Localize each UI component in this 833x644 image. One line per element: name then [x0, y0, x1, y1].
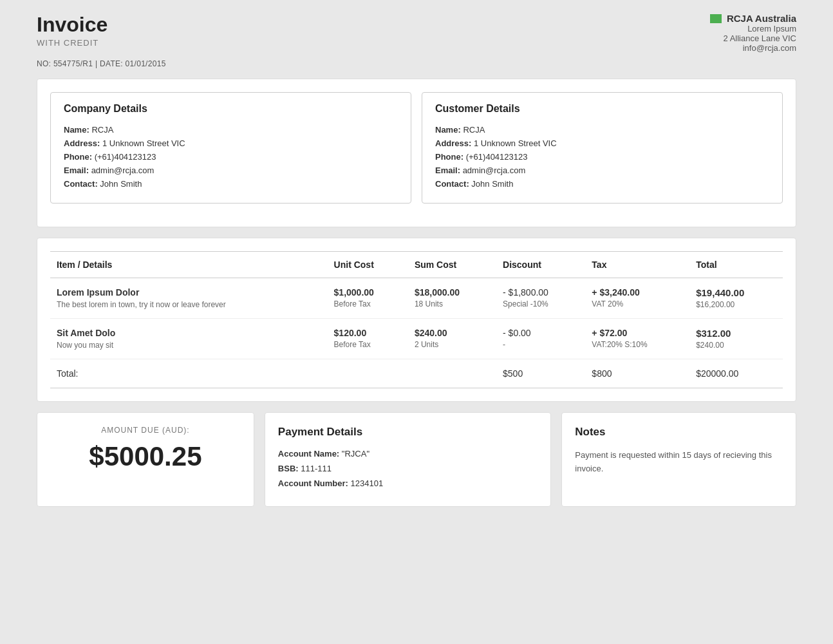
- row2-sum-cost-sub: 2 Units: [415, 340, 490, 349]
- row2-tax-sub: VAT:20% S:10%: [592, 340, 683, 349]
- invoice-date-label: DATE:: [100, 59, 123, 68]
- row2-total: $312.00 $240.00: [689, 319, 783, 359]
- company-details-box: Company Details Name: RCJA Address: 1 Un…: [50, 92, 411, 204]
- customer-phone-value: (+61)404123123: [466, 152, 528, 162]
- customer-address-value: 1 Unknown Street VIC: [474, 138, 557, 148]
- row1-discount: - $1,800.00 Special -10%: [496, 278, 585, 319]
- col-total: Total: [689, 252, 783, 278]
- customer-email-label: Email:: [435, 166, 460, 175]
- total-unit-cost-empty: [328, 359, 408, 388]
- company-phone-value: (+61)404123123: [95, 152, 156, 162]
- row1-discount-main: - $1,800.00: [503, 287, 579, 298]
- row2-unit-cost: $120.00 Before Tax: [328, 319, 408, 359]
- row2-item-desc: Now you may sit: [57, 341, 321, 350]
- payment-details-box: Payment Details Account Name: "RJCA" BSB…: [265, 412, 551, 507]
- table-row: Lorem Ipsum Dolor The best lorem in town…: [50, 278, 783, 319]
- invoice-subtitle: WITH CREDIT: [37, 38, 108, 48]
- invoice-no-label: NO:: [37, 59, 51, 68]
- row1-tax-sub: VAT 20%: [592, 299, 683, 308]
- row1-unit-cost-main: $1,000.00: [334, 287, 402, 298]
- company-name-value: RCJA: [91, 125, 113, 135]
- invoice-table: Item / Details Unit Cost Sum Cost Discou…: [50, 251, 783, 388]
- company-phone-row: Phone: (+61)404123123: [64, 152, 398, 162]
- row2-tax: + $72.00 VAT:20% S:10%: [585, 319, 689, 359]
- col-sum-cost: Sum Cost: [408, 252, 496, 278]
- row1-total-sub: $16,200.00: [696, 300, 776, 309]
- customer-contact-label: Contact:: [435, 179, 469, 189]
- row1-tax-main: + $3,240.00: [592, 287, 683, 298]
- header-right: RCJA Australia Lorem Ipsum 2 Alliance La…: [710, 13, 796, 53]
- bsb-label: BSB:: [278, 464, 299, 473]
- row2-discount-main: - $0.00: [503, 328, 579, 338]
- customer-phone-row: Phone: (+61)404123123: [435, 152, 769, 162]
- bsb-value: 111-111: [301, 464, 332, 473]
- company-email-value: admin@rcja.com: [91, 166, 154, 175]
- company-address-row: Address: 1 Unknown Street VIC: [64, 138, 398, 148]
- customer-email-value: admin@rcja.com: [463, 166, 526, 175]
- row1-sum-cost-sub: 18 Units: [415, 299, 490, 308]
- account-name-value: "RJCA": [342, 449, 370, 459]
- amount-due-value: $5000.25: [50, 441, 241, 472]
- invoice-page: Invoice WITH CREDIT RCJA Australia Lorem…: [37, 13, 796, 507]
- amount-due-label: AMOUNT DUE (AUD):: [50, 426, 241, 435]
- row1-item-name: Lorem Ipsum Dolor: [57, 287, 321, 298]
- customer-details-heading: Customer Details: [435, 103, 769, 115]
- account-number-value: 1234101: [351, 478, 384, 488]
- row2-unit-cost-sub: Before Tax: [334, 340, 402, 349]
- row2-discount-sub: -: [503, 340, 579, 349]
- company-address-value: 1 Unknown Street VIC: [102, 138, 185, 148]
- bsb-row: BSB: 111-111: [278, 464, 538, 473]
- total-label: Total:: [50, 359, 328, 388]
- col-discount: Discount: [496, 252, 585, 278]
- invoice-no-value: 554775/R1: [53, 59, 93, 68]
- row2-unit-cost-main: $120.00: [334, 328, 402, 338]
- customer-details-box: Customer Details Name: RCJA Address: 1 U…: [422, 92, 783, 204]
- col-unit-cost: Unit Cost: [328, 252, 408, 278]
- invoice-meta: NO: 554775/R1 | DATE: 01/01/2015: [37, 59, 796, 68]
- row1-sum-cost-main: $18,000.00: [415, 287, 490, 298]
- notes-text: Payment is requested within 15 days of r…: [575, 449, 783, 476]
- total-tax: $800: [585, 359, 689, 388]
- row1-tax: + $3,240.00 VAT 20%: [585, 278, 689, 319]
- row1-discount-sub: Special -10%: [503, 299, 579, 308]
- company-email-label: Email:: [64, 166, 89, 175]
- company-address-label: Address:: [64, 138, 100, 148]
- row2-item: Sit Amet Dolo Now you may sit: [50, 319, 328, 359]
- account-name-row: Account Name: "RJCA": [278, 449, 538, 459]
- customer-contact-row: Contact: John Smith: [435, 179, 769, 189]
- row2-sum-cost: $240.00 2 Units: [408, 319, 496, 359]
- row1-total: $19,440.00 $16,200.00: [689, 278, 783, 319]
- row1-unit-cost: $1,000.00 Before Tax: [328, 278, 408, 319]
- table-header-row: Item / Details Unit Cost Sum Cost Discou…: [50, 252, 783, 278]
- company-name-row: Name: RCJA: [64, 125, 398, 135]
- company-contact-label: Contact:: [64, 179, 98, 189]
- row2-item-name: Sit Amet Dolo: [57, 328, 321, 338]
- company-details-heading: Company Details: [64, 103, 398, 115]
- table-row: Sit Amet Dolo Now you may sit $120.00 Be…: [50, 319, 783, 359]
- customer-address-row: Address: 1 Unknown Street VIC: [435, 138, 769, 148]
- company-contact-row: Contact: John Smith: [64, 179, 398, 189]
- row1-sum-cost: $18,000.00 18 Units: [408, 278, 496, 319]
- total-total: $20000.00: [689, 359, 783, 388]
- details-section: Company Details Name: RCJA Address: 1 Un…: [37, 79, 796, 227]
- company-name: RCJA Australia: [727, 13, 796, 24]
- row1-item: Lorem Ipsum Dolor The best lorem in town…: [50, 278, 328, 319]
- account-number-row: Account Number: 1234101: [278, 478, 538, 488]
- details-row: Company Details Name: RCJA Address: 1 Un…: [50, 92, 783, 204]
- total-sum-cost-empty: [408, 359, 496, 388]
- account-number-label: Account Number:: [278, 478, 348, 488]
- row1-item-desc: The best lorem in town, try it now or le…: [57, 300, 321, 309]
- row1-total-main: $19,440.00: [696, 287, 776, 298]
- row2-total-main: $312.00: [696, 328, 776, 339]
- row2-total-sub: $240.00: [696, 341, 776, 350]
- customer-contact-value: John Smith: [471, 179, 513, 189]
- row2-tax-main: + $72.00: [592, 328, 683, 338]
- header-left: Invoice WITH CREDIT: [37, 13, 108, 48]
- row2-discount: - $0.00 -: [496, 319, 585, 359]
- col-tax: Tax: [585, 252, 689, 278]
- bottom-section: AMOUNT DUE (AUD): $5000.25 Payment Detai…: [37, 412, 796, 507]
- notes-box: Notes Payment is requested within 15 day…: [561, 412, 796, 507]
- payment-details-heading: Payment Details: [278, 426, 538, 439]
- company-logo-icon: [710, 14, 722, 23]
- company-address: 2 Alliance Lane VIC: [710, 33, 796, 43]
